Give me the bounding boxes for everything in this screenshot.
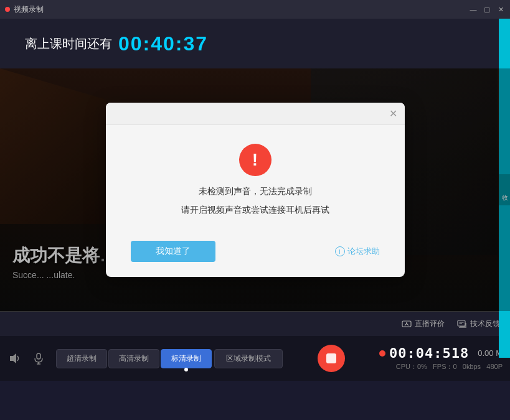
svg-marker-5 [10, 353, 16, 363]
tech-feedback-icon [457, 319, 467, 329]
record-button[interactable] [318, 345, 345, 372]
dialog-body: ! 未检测到声音，无法完成录制 请开启视频声音或尝试连接耳机后再试 [106, 125, 405, 235]
recording-info: 00:04:518 0.00 M CPU：0% FPS：0 0kbps 480P [379, 345, 503, 371]
dialog-message-2: 请开启视频声音或尝试连接耳机后再试 [181, 205, 329, 216]
quality-buttons: 超清录制 高清录制 标清录制 区域录制模式 [56, 349, 283, 368]
window-title: 视频录制 [14, 4, 44, 15]
error-dialog: ✕ ! 未检测到声音，无法完成录制 请开启视频声音或尝试连接耳机后再试 我知道了… [106, 103, 405, 277]
svg-point-1 [406, 322, 407, 324]
audio-icons [7, 351, 46, 366]
rec-dot-indicator [379, 350, 385, 357]
region-mode-button[interactable]: 区域录制模式 [214, 349, 283, 368]
fps-stat: FPS：0 [433, 363, 457, 370]
record-stop-icon [326, 353, 336, 363]
recording-bar: 超清录制 高清录制 标清录制 区域录制模式 00:04:518 0.00 M C… [0, 336, 510, 381]
cpu-stat: CPU：0% [396, 363, 427, 370]
rec-status-row: 00:04:518 0.00 M [379, 345, 503, 361]
timer-label: 离上课时间还有 [25, 35, 112, 52]
titlebar-left: 视频录制 [5, 4, 44, 15]
dialog-footer: 我知道了 i 论坛求助 [106, 235, 405, 277]
titlebar: 视频录制 — ▢ ✕ [0, 0, 510, 19]
video-area: 成功不是将… 续累积而成。 Succe... ...ulate. ✕ ! 未检测… [0, 68, 510, 311]
recording-time: 00:04:518 [389, 345, 469, 361]
dialog-message-1: 未检测到声音，无法完成录制 [199, 186, 312, 197]
recording-stats: CPU：0% FPS：0 0kbps 480P [396, 362, 503, 371]
window-controls: — ▢ ✕ [469, 5, 505, 14]
close-button[interactable]: ✕ [496, 5, 505, 14]
minimize-button[interactable]: — [469, 5, 478, 14]
timer-bar: 离上课时间还有 00:40:37 [0, 19, 510, 68]
dialog-help-link[interactable]: i 论坛求助 [335, 246, 380, 257]
microphone-icon[interactable] [31, 351, 46, 366]
resolution-stat: 480P [486, 363, 503, 370]
bottom-toolbar: 直播评价 技术反馈 [0, 311, 510, 336]
sd-button[interactable]: 标清录制 [161, 349, 212, 368]
live-eval-label: 直播评价 [415, 319, 445, 329]
dialog-help-label: 论坛求助 [347, 246, 380, 257]
timer-countdown: 00:40:37 [118, 32, 208, 55]
live-eval-button[interactable]: 直播评价 [402, 319, 445, 329]
error-icon: ! [239, 144, 272, 176]
maximize-button[interactable]: ▢ [483, 5, 491, 14]
tech-feedback-label: 技术反馈 [470, 319, 500, 329]
ultra-hd-button[interactable]: 超清录制 [56, 349, 107, 368]
recording-indicator [5, 7, 10, 12]
svg-rect-6 [37, 353, 40, 359]
speaker-icon[interactable] [7, 351, 22, 366]
tech-feedback-button[interactable]: 技术反馈 [457, 319, 500, 329]
hd-button[interactable]: 高清录制 [108, 349, 159, 368]
dialog-header: ✕ [106, 103, 405, 125]
dialog-confirm-button[interactable]: 我知道了 [131, 241, 215, 262]
help-circle-icon: i [335, 246, 345, 256]
dialog-close-button[interactable]: ✕ [387, 108, 400, 120]
dialog-overlay: ✕ ! 未检测到声音，无法完成录制 请开启视频声音或尝试连接耳机后再试 我知道了… [0, 68, 510, 311]
live-eval-icon [402, 319, 412, 329]
record-center [283, 345, 379, 372]
speed-stat: 0kbps [463, 363, 481, 370]
